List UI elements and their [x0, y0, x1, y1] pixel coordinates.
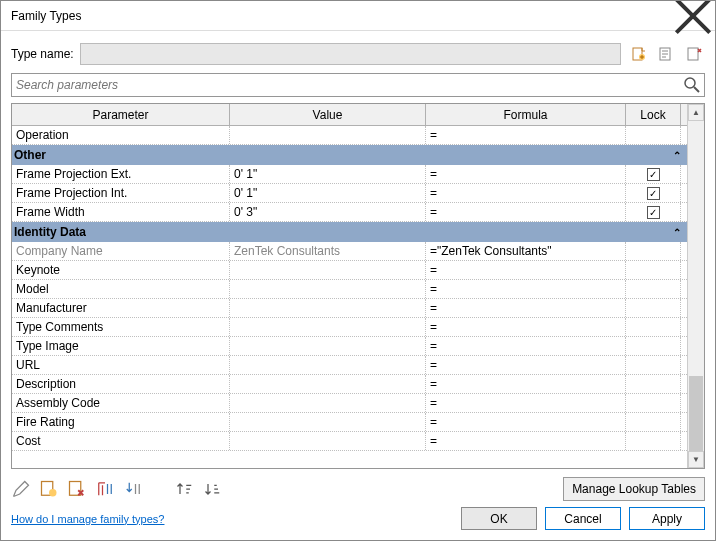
cell-parameter[interactable]: Cost — [12, 432, 230, 450]
group-header[interactable]: Other⌃ — [12, 145, 687, 165]
collapse-icon[interactable]: ⌃ — [673, 227, 681, 238]
search-input[interactable] — [11, 73, 705, 97]
manage-lookup-tables-button[interactable]: Manage Lookup Tables — [563, 477, 705, 501]
cell-formula[interactable]: = — [426, 337, 626, 355]
group-header[interactable]: Identity Data⌃ — [12, 222, 687, 242]
cell-value[interactable] — [230, 356, 426, 374]
cell-formula[interactable]: = — [426, 184, 626, 202]
cell-formula[interactable]: = — [426, 165, 626, 183]
collapse-icon[interactable]: ⌃ — [673, 150, 681, 161]
cell-parameter[interactable]: Type Image — [12, 337, 230, 355]
cell-value[interactable] — [230, 394, 426, 412]
cell-parameter[interactable]: Company Name — [12, 242, 230, 260]
cell-parameter[interactable]: Description — [12, 375, 230, 393]
scroll-up-icon[interactable]: ▲ — [688, 104, 704, 121]
ok-button[interactable]: OK — [461, 507, 537, 530]
modify-param-icon[interactable] — [95, 479, 115, 499]
table-row[interactable]: Description= — [12, 375, 687, 394]
table-row[interactable]: URL= — [12, 356, 687, 375]
cell-formula[interactable]: = — [426, 375, 626, 393]
cell-value[interactable] — [230, 413, 426, 431]
cell-formula[interactable]: = — [426, 299, 626, 317]
cell-lock[interactable]: ✓ — [626, 184, 681, 202]
cell-value[interactable] — [230, 299, 426, 317]
cell-lock[interactable] — [626, 242, 681, 260]
lock-checkbox[interactable]: ✓ — [647, 168, 660, 181]
cell-formula[interactable]: = — [426, 413, 626, 431]
new-param-icon[interactable] — [39, 479, 59, 499]
cell-parameter[interactable]: Model — [12, 280, 230, 298]
cell-value[interactable]: 0' 1" — [230, 184, 426, 202]
delete-param-icon[interactable] — [67, 479, 87, 499]
table-row[interactable]: Keynote= — [12, 261, 687, 280]
cell-value[interactable] — [230, 126, 426, 144]
cell-parameter[interactable]: Frame Projection Ext. — [12, 165, 230, 183]
table-row[interactable]: Cost= — [12, 432, 687, 451]
rename-type-button[interactable] — [655, 43, 677, 65]
cell-formula[interactable]: = — [426, 126, 626, 144]
table-row[interactable]: Manufacturer= — [12, 299, 687, 318]
cell-formula[interactable]: = — [426, 356, 626, 374]
cell-lock[interactable] — [626, 337, 681, 355]
cell-lock[interactable] — [626, 126, 681, 144]
header-lock[interactable]: Lock — [626, 104, 681, 125]
edit-icon[interactable] — [11, 479, 31, 499]
cell-value[interactable] — [230, 261, 426, 279]
table-row[interactable]: Fire Rating= — [12, 413, 687, 432]
cell-lock[interactable] — [626, 394, 681, 412]
cell-lock[interactable]: ✓ — [626, 203, 681, 221]
table-row[interactable]: Model= — [12, 280, 687, 299]
cell-formula[interactable]: = — [426, 203, 626, 221]
cell-formula[interactable]: ="ZenTek Consultants" — [426, 242, 626, 260]
apply-button[interactable]: Apply — [629, 507, 705, 530]
cell-parameter[interactable]: Assembly Code — [12, 394, 230, 412]
scroll-down-icon[interactable]: ▼ — [688, 451, 704, 468]
table-row[interactable]: Type Comments= — [12, 318, 687, 337]
help-link[interactable]: How do I manage family types? — [11, 513, 164, 525]
table-row[interactable]: Frame Projection Ext.0' 1"=✓ — [12, 165, 687, 184]
cell-lock[interactable] — [626, 280, 681, 298]
header-value[interactable]: Value — [230, 104, 426, 125]
typename-select[interactable] — [80, 43, 621, 65]
cell-lock[interactable] — [626, 413, 681, 431]
cell-formula[interactable]: = — [426, 280, 626, 298]
table-row[interactable]: Type Image= — [12, 337, 687, 356]
cell-lock[interactable] — [626, 299, 681, 317]
lock-checkbox[interactable]: ✓ — [647, 206, 660, 219]
cell-formula[interactable]: = — [426, 261, 626, 279]
cell-lock[interactable] — [626, 375, 681, 393]
vertical-scrollbar[interactable]: ▲ ▼ — [687, 104, 704, 468]
cell-lock[interactable] — [626, 432, 681, 450]
cell-parameter[interactable]: Type Comments — [12, 318, 230, 336]
cell-formula[interactable]: = — [426, 318, 626, 336]
cancel-button[interactable]: Cancel — [545, 507, 621, 530]
cell-lock[interactable] — [626, 356, 681, 374]
move-down-icon[interactable] — [123, 479, 143, 499]
cell-parameter[interactable]: Keynote — [12, 261, 230, 279]
sort-asc-icon[interactable] — [175, 479, 195, 499]
delete-type-button[interactable] — [683, 43, 705, 65]
cell-value[interactable] — [230, 280, 426, 298]
cell-lock[interactable] — [626, 318, 681, 336]
cell-parameter[interactable]: Fire Rating — [12, 413, 230, 431]
table-row[interactable]: Operation= — [12, 126, 687, 145]
header-parameter[interactable]: Parameter — [12, 104, 230, 125]
cell-value[interactable]: 0' 3" — [230, 203, 426, 221]
table-row[interactable]: Frame Width0' 3"=✓ — [12, 203, 687, 222]
sort-desc-icon[interactable] — [203, 479, 223, 499]
cell-value[interactable] — [230, 318, 426, 336]
cell-parameter[interactable]: Operation — [12, 126, 230, 144]
search-icon[interactable] — [683, 76, 701, 94]
table-row[interactable]: Assembly Code= — [12, 394, 687, 413]
cell-value[interactable] — [230, 432, 426, 450]
close-button[interactable] — [673, 2, 713, 30]
cell-parameter[interactable]: Frame Projection Int. — [12, 184, 230, 202]
cell-value[interactable]: ZenTek Consultants — [230, 242, 426, 260]
new-type-button[interactable] — [627, 43, 649, 65]
cell-parameter[interactable]: Frame Width — [12, 203, 230, 221]
cell-formula[interactable]: = — [426, 394, 626, 412]
cell-parameter[interactable]: Manufacturer — [12, 299, 230, 317]
header-formula[interactable]: Formula — [426, 104, 626, 125]
cell-lock[interactable]: ✓ — [626, 165, 681, 183]
cell-value[interactable]: 0' 1" — [230, 165, 426, 183]
